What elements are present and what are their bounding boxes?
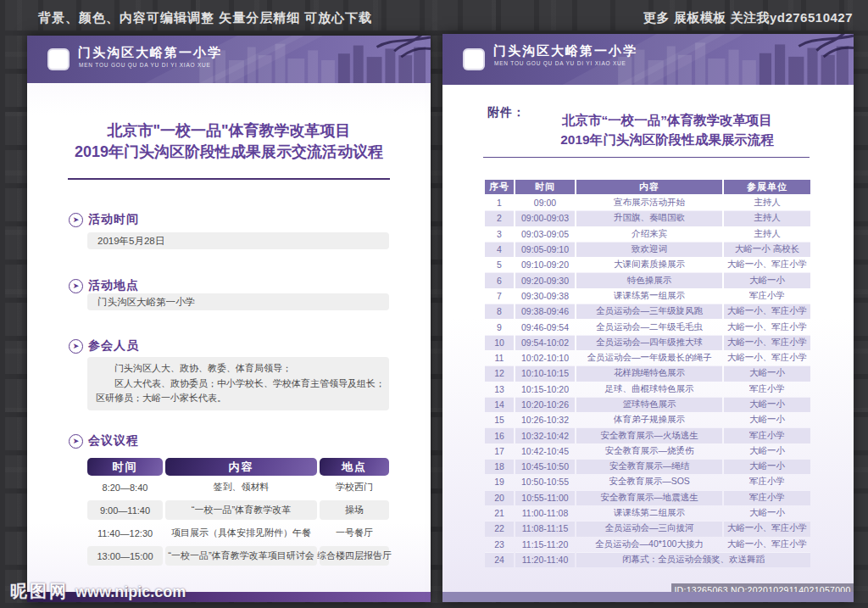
table-cell: 体育弟子规操展示 xyxy=(576,412,722,427)
table-cell: 大峪一小 xyxy=(724,272,810,287)
school-name-pinyin: MEN TOU GOU QU DA YU DI YI XIAO XUE xyxy=(494,60,626,66)
page-title: 北京市"一校一品"体育教学改革项目 2019年门头沟区阶段性成果展示交流活动议程 xyxy=(27,120,431,163)
school-name-pinyin: MEN TOU GOU QU DA YU DI YI XIAO XUE xyxy=(79,62,211,68)
table-cell: 闭幕式：全员运动会颁奖、欢送舞蹈 xyxy=(576,552,810,567)
table-cell: 大峪一小 xyxy=(724,397,810,412)
table-cell: 10:15-10:20 xyxy=(515,382,575,397)
table-row: 1710:42-10:45安全教育展示—烧烫伤大峪一小 xyxy=(485,443,810,459)
table-cell: 09:30-09:38 xyxy=(515,288,575,304)
table-row: 1009:54-10:02全员运动会—四年级推大球大峪一小、军庄小学 xyxy=(485,335,810,350)
table-cell: 09:10-09:20 xyxy=(515,257,575,272)
table-cell: 课课练第一组展示 xyxy=(576,288,722,304)
table-cell: 10 xyxy=(485,335,514,350)
section-label: 活动地点 xyxy=(88,278,139,293)
table-cell: 10:55-11:00 xyxy=(515,490,575,505)
table-cell: 大峪一小、军庄小学 xyxy=(724,335,810,350)
arrow-circle-icon: ➤ xyxy=(69,434,83,449)
table-cell: “一校一品”体育教学改革 xyxy=(165,500,317,520)
table-cell: 全员运动会—三年级旋风跑 xyxy=(576,304,722,319)
table-cell: 17 xyxy=(485,443,514,459)
table-cell: 军庄小学 xyxy=(724,474,810,489)
table-cell: 22 xyxy=(485,521,514,536)
participants-line: 区人大代表、政协委员；中小学校长、学校体育主管领导及组长； xyxy=(96,377,384,392)
table-cell: 11 xyxy=(485,350,514,365)
table-cell: 足球、曲棍球特色展示 xyxy=(576,382,722,397)
school-name: 门头沟区大峪第一小学 xyxy=(493,43,637,59)
table-cell: 学校西门 xyxy=(320,476,389,499)
page-agenda: 门头沟区大峪第一小学 MEN TOU GOU QU DA YU DI YI XI… xyxy=(27,36,431,602)
table-cell: 大峪一小 xyxy=(724,443,810,459)
table-cell: 军庄小学 xyxy=(724,382,810,397)
table-cell: 大峪一小 xyxy=(724,505,810,521)
table-cell: 09:46-09:54 xyxy=(515,319,575,334)
table-row: 1110:02-10:10全员运动会—一年级最长的绳子大峪一小、军庄小学 xyxy=(485,350,810,365)
table-row: 609:20-09:30特色操展示大峪一小 xyxy=(485,272,810,287)
title-divider xyxy=(68,178,390,180)
table-cell: 10:32-10:42 xyxy=(515,427,575,443)
table-cell: 24 xyxy=(485,552,514,567)
table-row: 9:00—11:40“一校一品”体育教学改革操场 xyxy=(87,499,389,522)
template-preview: 背景、颜色、内容可编辑调整 矢量分层精细 可放心下载 更多 展板模板 关注我yd… xyxy=(0,0,868,608)
table-row: 509:10-09:20大课间素质操展示大峪一小、军庄小学 xyxy=(485,257,810,272)
table-cell: 安全教育展示—SOS xyxy=(576,474,722,489)
table-cell: 10:42-10:45 xyxy=(515,443,575,459)
school-name: 门头沟区大峪第一小学 xyxy=(78,45,222,61)
column-header: 参展单位 xyxy=(724,180,810,194)
promo-text-left: 背景、颜色、内容可编辑调整 矢量分层精细 可放心下载 xyxy=(38,10,372,26)
table-row: 2111:00-11:08课课练第二组展示大峪一小 xyxy=(485,505,810,521)
table-cell: 综合楼四层报告厅 xyxy=(320,546,389,566)
table-row: 1310:15-10:20足球、曲棍球特色展示军庄小学 xyxy=(485,382,810,397)
page-title-line1: 北京市“一校一品”体育教学改革项目 xyxy=(515,110,820,130)
table-row: 8:20—8:40签到、领材料学校西门 xyxy=(87,476,389,499)
table-cell: 11:20-11:40 xyxy=(515,552,575,567)
table-cell: 签到、领材料 xyxy=(165,476,317,499)
table-cell: 09:38-09:46 xyxy=(515,304,575,319)
arrow-circle-icon: ➤ xyxy=(69,339,83,354)
table-row: 709:30-09:38课课练第一组展示军庄小学 xyxy=(485,288,810,304)
page-schedule: 门头沟区大峪第一小学 MEN TOU GOU QU DA YU DI YI XI… xyxy=(442,34,854,602)
table-cell: 全员运动会—一年级最长的绳子 xyxy=(576,350,722,365)
table-cell: 一号餐厅 xyxy=(320,522,389,544)
page-title-line2: 2019年门头沟区阶段性成果展示交流活动议程 xyxy=(27,142,431,163)
section-activity-place: ➤ 活动地点 xyxy=(69,278,139,293)
school-logo xyxy=(47,48,70,70)
schedule-table: 序号时间内容参展单位 109:00宣布展示活动开始主持人209:00-09:03… xyxy=(485,180,810,567)
table-cell: 全员运动会—三向拔河 xyxy=(576,521,722,536)
column-header: 内容 xyxy=(165,458,317,476)
table-row: 13:00—15:00“一校一品”体育教学改革项目研讨会综合楼四层报告厅 xyxy=(87,544,389,567)
table-cell: 宣布展示活动开始 xyxy=(576,195,722,210)
table-row: 909:46-09:54全员运动会—二年级毛毛虫大峪一小、军庄小学 xyxy=(485,319,810,334)
table-row: 2211:08-11:15全员运动会—三向拔河大峪一小、军庄小学 xyxy=(485,521,810,536)
table-row: 11:40—12:30项目展示（具体安排见附件）午餐一号餐厅 xyxy=(87,522,389,544)
table-cell: 全员运动会—二年级毛毛虫 xyxy=(576,319,722,334)
table-cell: 军庄小学 xyxy=(724,490,810,505)
table-row: 1810:45-10:50安全教育展示—绳结大峪一小 xyxy=(485,459,810,474)
column-header: 时间 xyxy=(87,458,163,476)
table-cell: 全员运动会—四年级推大球 xyxy=(576,335,722,350)
table-cell: 大峪一小、军庄小学 xyxy=(724,304,810,319)
header-banner: 门头沟区大峪第一小学 MEN TOU GOU QU DA YU DI YI XI… xyxy=(27,36,431,83)
table-cell: 09:20-09:30 xyxy=(515,272,575,287)
schedule-table-header: 序号时间内容参展单位 xyxy=(485,180,810,194)
table-cell: 主持人 xyxy=(724,210,810,226)
table-cell: 安全教育展示—烧烫伤 xyxy=(576,443,722,459)
table-cell: 大课间素质操展示 xyxy=(576,257,722,272)
table-cell: 特色操展示 xyxy=(576,272,722,287)
section-agenda: ➤ 会议议程 xyxy=(69,433,139,449)
table-cell: 操场 xyxy=(320,500,389,520)
page-title-line1: 北京市"一校一品"体育教学改革项目 xyxy=(27,120,431,142)
table-cell: 大峪一小 xyxy=(724,412,810,427)
table-cell: 4 xyxy=(485,242,514,257)
table-row: 309:03-09:05介绍来宾主持人 xyxy=(485,226,810,242)
table-cell: 6 xyxy=(485,272,514,287)
table-cell: 16 xyxy=(485,427,514,443)
nipic-logo: 昵图网 xyxy=(10,580,69,603)
table-cell: 大峪一小、军庄小学 xyxy=(724,319,810,334)
table-cell: 20 xyxy=(485,490,514,505)
page-title: 北京市“一校一品”体育教学改革项目 2019年门头沟区阶段性成果展示流程 xyxy=(515,110,820,149)
table-cell: 15 xyxy=(485,412,514,427)
table-cell: 19 xyxy=(485,474,514,489)
table-cell: 8:20—8:40 xyxy=(87,476,163,499)
arrow-circle-icon: ➤ xyxy=(69,213,83,227)
table-cell: 21 xyxy=(485,505,514,521)
